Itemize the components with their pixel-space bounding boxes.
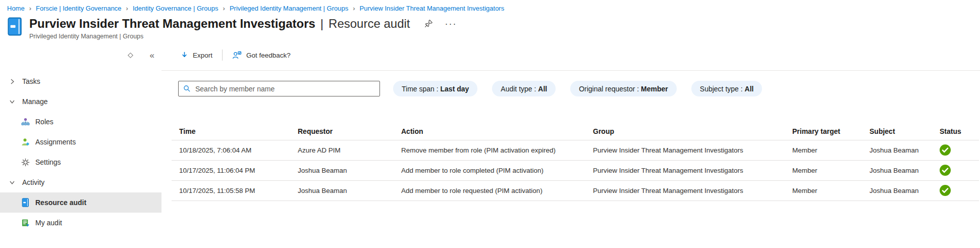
cell-group: Purview Insider Threat Management Invest… bbox=[593, 160, 792, 180]
cell-subject: Joshua Beaman bbox=[869, 180, 940, 201]
roles-icon bbox=[21, 117, 30, 126]
column-header-subject[interactable]: Subject bbox=[869, 123, 940, 140]
filter-pill-time-span[interactable]: Time span : Last day bbox=[393, 81, 477, 96]
sidebar-item-label: My audit bbox=[35, 219, 62, 227]
cell-time: 10/18/2025, 7:06:04 AM bbox=[172, 140, 298, 160]
cell-primary-target: Member bbox=[792, 180, 869, 201]
main-content: Export Got feedback? bbox=[161, 40, 980, 240]
page-title: Purview Insider Threat Management Invest… bbox=[29, 16, 315, 31]
breadcrumb: Home › Forscie | Identity Governance › I… bbox=[0, 0, 980, 13]
cell-requestor: Joshua Beaman bbox=[298, 180, 401, 201]
breadcrumb-identity-governance[interactable]: Forscie | Identity Governance bbox=[36, 5, 122, 12]
cell-requestor: Azure AD PIM bbox=[298, 140, 401, 160]
title-separator: | bbox=[320, 16, 323, 31]
breadcrumb-groups[interactable]: Identity Governance | Groups bbox=[133, 5, 219, 12]
feedback-icon bbox=[232, 51, 242, 60]
sidebar-group-activity[interactable]: Activity bbox=[0, 172, 161, 192]
cell-time: 10/17/2025, 11:05:58 PM bbox=[172, 180, 298, 201]
sidebar-item-resource-audit[interactable]: Resource audit bbox=[0, 192, 161, 213]
cell-subject: Joshua Beaman bbox=[869, 140, 940, 160]
column-header-requestor[interactable]: Requestor bbox=[298, 123, 401, 140]
cell-status bbox=[940, 140, 979, 160]
table-header-row: Time Requestor Action Group Primary targ… bbox=[172, 123, 979, 140]
sidebar-item-assignments[interactable]: Assignments bbox=[0, 132, 161, 152]
pill-label: Original requestor bbox=[579, 85, 635, 93]
pill-value: All bbox=[745, 85, 754, 93]
success-status-icon bbox=[940, 165, 951, 176]
column-header-primary-target[interactable]: Primary target bbox=[792, 123, 869, 140]
sidebar-item-label: Settings bbox=[35, 158, 61, 166]
column-header-action[interactable]: Action bbox=[401, 123, 593, 140]
breadcrumb-current-group[interactable]: Purview Insider Threat Management Invest… bbox=[360, 5, 505, 12]
feedback-label: Got feedback? bbox=[246, 52, 291, 59]
breadcrumb-separator: › bbox=[353, 5, 355, 12]
breadcrumb-pim-groups[interactable]: Privileged Identity Management | Groups bbox=[230, 5, 348, 12]
cell-primary-target: Member bbox=[792, 160, 869, 180]
cell-action-link[interactable]: Add member to role completed (PIM activa… bbox=[401, 160, 593, 180]
sidebar-item-settings[interactable]: Settings bbox=[0, 152, 161, 172]
table-row: 10/17/2025, 11:06:04 PM Joshua Beaman Ad… bbox=[172, 160, 979, 180]
assignments-icon bbox=[21, 137, 30, 146]
audit-book-icon bbox=[21, 198, 30, 207]
cell-action: Add member to role requested (PIM activa… bbox=[401, 180, 593, 201]
breadcrumb-separator: › bbox=[29, 5, 31, 12]
cell-primary-target: Member bbox=[792, 140, 869, 160]
sidebar-group-label: Activity bbox=[22, 178, 44, 186]
sidebar-item-my-audit[interactable]: My audit bbox=[0, 213, 161, 233]
sidebar-item-label: Roles bbox=[35, 118, 53, 126]
cell-group: Purview Insider Threat Management Invest… bbox=[593, 180, 792, 201]
audit-table: Time Requestor Action Group Primary targ… bbox=[172, 123, 979, 201]
pill-label: Audit type bbox=[501, 85, 532, 93]
chevron-down-icon bbox=[9, 179, 15, 186]
pill-value: Member bbox=[641, 85, 668, 93]
feedback-button[interactable]: Got feedback? bbox=[232, 51, 291, 60]
download-icon bbox=[181, 52, 188, 59]
cell-status bbox=[940, 160, 979, 180]
column-header-status[interactable]: Status bbox=[940, 123, 979, 140]
sidebar: « Tasks Manage bbox=[0, 40, 161, 240]
search-input[interactable] bbox=[194, 84, 375, 93]
pill-value: All bbox=[538, 85, 547, 93]
sidebar-item-label: Resource audit bbox=[35, 199, 86, 207]
export-label: Export bbox=[193, 52, 212, 59]
cell-time: 10/17/2025, 11:06:04 PM bbox=[172, 160, 298, 180]
cell-status bbox=[940, 180, 979, 201]
column-header-group[interactable]: Group bbox=[593, 123, 792, 140]
sidebar-group-label: Manage bbox=[22, 97, 48, 106]
search-icon bbox=[183, 85, 191, 92]
cell-requestor: Joshua Beaman bbox=[298, 160, 401, 180]
filter-pill-audit-type[interactable]: Audit type : All bbox=[492, 81, 556, 96]
success-status-icon bbox=[940, 185, 951, 196]
filter-pill-subject-type[interactable]: Subject type : All bbox=[691, 81, 763, 96]
pill-label: Time span bbox=[402, 85, 434, 93]
page-view-title: Resource audit bbox=[329, 16, 410, 31]
gear-icon bbox=[21, 158, 30, 167]
pill-label: Subject type bbox=[700, 85, 739, 93]
sidebar-group-tasks[interactable]: Tasks bbox=[0, 71, 161, 91]
pin-icon[interactable] bbox=[424, 19, 433, 28]
export-button[interactable]: Export bbox=[181, 52, 212, 59]
page-header: Purview Insider Threat Management Invest… bbox=[0, 13, 980, 40]
my-audit-icon bbox=[21, 218, 30, 227]
sidebar-item-label: Assignments bbox=[35, 138, 76, 146]
sidebar-search-icon[interactable] bbox=[127, 52, 134, 59]
sidebar-collapse-icon[interactable]: « bbox=[150, 51, 154, 60]
breadcrumb-separator: › bbox=[126, 5, 128, 12]
chevron-right-icon bbox=[9, 78, 15, 85]
sidebar-group-label: Tasks bbox=[22, 77, 40, 85]
command-bar: Export Got feedback? bbox=[161, 40, 980, 71]
search-box bbox=[178, 81, 380, 96]
more-options-icon[interactable]: ··· bbox=[445, 20, 457, 27]
audit-book-icon bbox=[7, 17, 23, 36]
table-row: 10/18/2025, 7:06:04 AM Azure AD PIM Remo… bbox=[172, 140, 979, 160]
column-header-time[interactable]: Time bbox=[172, 123, 298, 140]
filter-pill-original-requestor[interactable]: Original requestor : Member bbox=[570, 81, 677, 96]
chevron-down-icon bbox=[9, 98, 15, 105]
cell-action: Remove member from role (PIM activation … bbox=[401, 140, 593, 160]
breadcrumb-separator: › bbox=[223, 5, 225, 12]
pill-separator: : bbox=[434, 85, 441, 93]
pill-separator: : bbox=[739, 85, 745, 93]
sidebar-item-roles[interactable]: Roles bbox=[0, 112, 161, 132]
breadcrumb-home[interactable]: Home bbox=[7, 5, 25, 12]
sidebar-group-manage[interactable]: Manage bbox=[0, 91, 161, 112]
